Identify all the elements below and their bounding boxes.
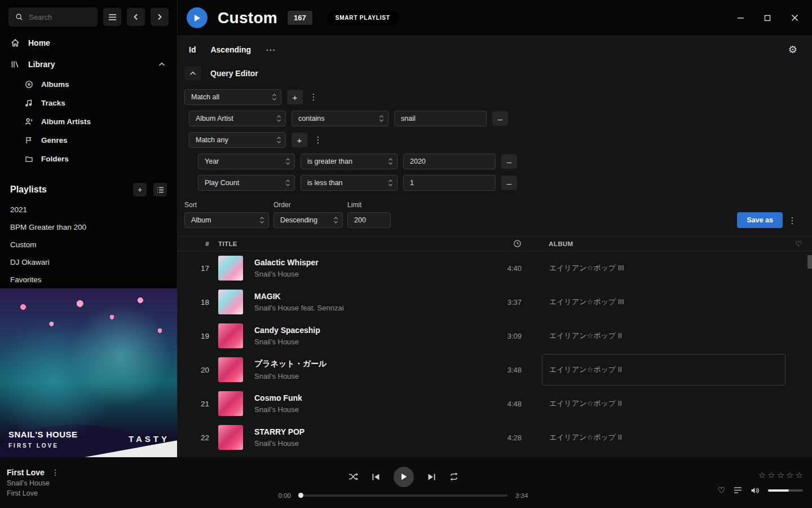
- track-artist: Snail's House feat. Sennzai: [254, 304, 478, 312]
- now-playing-artwork[interactable]: SNAIL'S HOUSE FIRST LOVE TASTY: [0, 288, 178, 457]
- favorite-column-header[interactable]: ♡: [785, 239, 812, 248]
- group-options-button[interactable]: ⋮: [308, 90, 319, 104]
- remove-rule-button[interactable]: –: [492, 111, 508, 126]
- track-album[interactable]: エイリアン☆ポップ III: [542, 286, 785, 318]
- limit-input[interactable]: [347, 212, 391, 228]
- menu-button[interactable]: [103, 8, 121, 26]
- add-playlist-button[interactable]: +: [133, 183, 147, 196]
- sidebar-item-genres[interactable]: Genres: [0, 131, 177, 150]
- subgroup-match-type-select[interactable]: Match any: [189, 132, 286, 148]
- star-icon[interactable]: ☆: [758, 470, 766, 480]
- save-options-button[interactable]: ⋮: [787, 213, 797, 228]
- sidebar-item-albums[interactable]: Albums: [0, 75, 177, 94]
- sidebar-albums-label: Albums: [41, 80, 69, 89]
- repeat-button[interactable]: [449, 472, 458, 481]
- rule-value-input[interactable]: [394, 111, 487, 126]
- track-row[interactable]: 20 プラネット・ガール Snail's House 3:48 エイリアン☆ポッ…: [178, 353, 812, 387]
- duration-column-header[interactable]: [478, 239, 528, 248]
- toolbar-more-button[interactable]: ⋯: [266, 44, 275, 56]
- query-sort-select[interactable]: Album: [184, 212, 269, 228]
- search-box[interactable]: [8, 7, 98, 27]
- now-playing-album[interactable]: First Love: [7, 489, 169, 497]
- scrollbar[interactable]: [807, 252, 812, 421]
- seek-bar[interactable]: [299, 494, 508, 497]
- track-row[interactable]: 18 MAGIK Snail's House feat. Sennzai 3:3…: [178, 285, 812, 319]
- sort-order-button[interactable]: Ascending: [210, 45, 251, 54]
- sort-field-button[interactable]: Id: [189, 45, 196, 54]
- settings-gear-button[interactable]: ⚙: [788, 43, 797, 56]
- star-icon[interactable]: ☆: [786, 470, 793, 480]
- next-track-button[interactable]: [427, 473, 436, 481]
- add-rule-button[interactable]: +: [287, 90, 303, 104]
- sidebar-item-home[interactable]: Home: [0, 32, 177, 54]
- save-as-button[interactable]: Save as: [737, 212, 783, 228]
- volume-button[interactable]: [751, 487, 760, 494]
- sidebar-item-album-artists[interactable]: Album Artists: [0, 112, 177, 131]
- seek-thumb[interactable]: [298, 493, 303, 498]
- rule-field-select[interactable]: Album Artist: [189, 111, 286, 126]
- match-type-select[interactable]: Match all: [184, 89, 281, 105]
- favorite-button[interactable]: ♡: [718, 485, 725, 496]
- play-playlist-button[interactable]: [187, 7, 208, 28]
- track-album[interactable]: エイリアン☆ポップ II: [542, 422, 785, 453]
- track-album[interactable]: エイリアン☆ポップ II: [542, 320, 785, 352]
- track-row[interactable]: 22 STARRY POP Snail's House 4:28 エイリアン☆ポ…: [178, 421, 812, 454]
- track-album-art: [218, 391, 243, 416]
- subrule-field-select[interactable]: Play Count: [198, 175, 295, 191]
- query-order-select[interactable]: Descending: [273, 212, 343, 228]
- track-number: 17: [178, 264, 209, 273]
- subrule-value-input[interactable]: [403, 175, 496, 191]
- nav-back-button[interactable]: [127, 8, 145, 26]
- maximize-button[interactable]: [762, 13, 773, 23]
- star-icon[interactable]: ☆: [777, 470, 784, 480]
- disc-icon: [24, 80, 34, 89]
- track-album[interactable]: エイリアン☆ポップ II: [542, 388, 785, 419]
- queue-button[interactable]: [734, 487, 742, 494]
- track-row[interactable]: 19 Candy Spaceship Snail's House 3:09 エイ…: [178, 319, 812, 353]
- index-column-header[interactable]: #: [178, 240, 209, 247]
- now-playing-title[interactable]: First Love: [7, 468, 45, 477]
- minimize-button[interactable]: [735, 13, 745, 23]
- scrollbar-thumb[interactable]: [807, 255, 812, 269]
- volume-slider[interactable]: [768, 489, 803, 492]
- sidebar-item-library[interactable]: Library: [0, 54, 177, 75]
- album-column-header[interactable]: ALBUM: [549, 240, 785, 247]
- nav-forward-button[interactable]: [151, 8, 169, 26]
- playlist-item-bpm[interactable]: BPM Greater than 200: [0, 218, 177, 236]
- subrule-operator-select[interactable]: is greater than: [301, 154, 398, 169]
- star-icon[interactable]: ☆: [796, 470, 803, 480]
- play-pause-button[interactable]: [394, 467, 414, 487]
- title-column-header[interactable]: TITLE: [209, 240, 478, 247]
- subgroup-options-button[interactable]: ⋮: [313, 133, 323, 147]
- close-button[interactable]: [789, 13, 800, 23]
- star-icon[interactable]: ☆: [767, 470, 775, 480]
- search-input[interactable]: [29, 13, 92, 21]
- playlist-item-custom[interactable]: Custom: [0, 236, 177, 253]
- track-row[interactable]: 21 Cosmo Funk Snail's House 4:48 エイリアン☆ポ…: [178, 387, 812, 421]
- app-window: Home Library Albums Tracks: [0, 0, 812, 508]
- subrule-operator-select[interactable]: is less than: [301, 175, 398, 191]
- now-playing-artist[interactable]: Snail's House: [7, 479, 169, 487]
- playlist-item-dj-okawari[interactable]: DJ Okawari: [0, 253, 177, 271]
- query-root-group-row: Match all + ⋮: [184, 89, 797, 105]
- sidebar-item-folders[interactable]: Folders: [0, 150, 177, 168]
- shuffle-button[interactable]: [348, 472, 358, 481]
- previous-track-button[interactable]: [372, 473, 380, 481]
- track-album[interactable]: エイリアン☆ポップ III: [542, 252, 785, 284]
- sidebar-item-tracks[interactable]: Tracks: [0, 94, 177, 112]
- subrule-field-select[interactable]: Year: [198, 154, 295, 169]
- track-row[interactable]: 17 Galactic Whisper Snail's House 4:40 エ…: [178, 251, 812, 285]
- chevron-up-icon[interactable]: [157, 62, 167, 67]
- rule-operator-select[interactable]: contains: [292, 111, 389, 126]
- playlist-item-2021[interactable]: 2021: [0, 201, 177, 218]
- remove-subrule-button[interactable]: –: [501, 154, 517, 169]
- chevron-left-icon: [133, 13, 139, 21]
- subrule-value-input[interactable]: [403, 154, 496, 169]
- now-playing-menu-button[interactable]: ⋮: [51, 468, 59, 477]
- playlist-item-favorites[interactable]: Favorites: [0, 271, 177, 288]
- playlist-list-button[interactable]: [153, 183, 167, 196]
- remove-subrule-button[interactable]: –: [501, 176, 517, 190]
- track-album-focused-cell[interactable]: エイリアン☆ポップ II: [542, 354, 785, 386]
- collapse-query-button[interactable]: [184, 67, 201, 80]
- add-subrule-button[interactable]: +: [292, 133, 307, 147]
